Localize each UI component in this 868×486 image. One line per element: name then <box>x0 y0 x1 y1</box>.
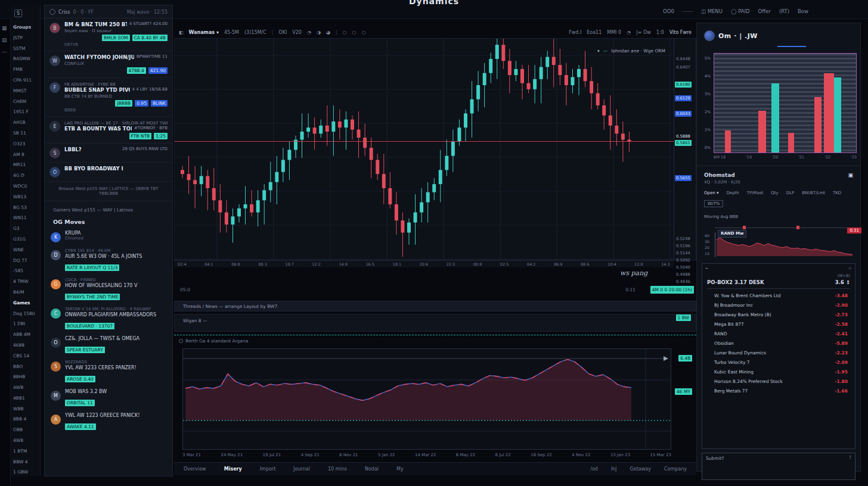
table-row[interactable]: Obsidian-5.89 <box>707 337 850 346</box>
sub-bar-badge[interactable]: 1 BW <box>676 314 691 321</box>
footer-tab[interactable]: Getaway <box>630 466 651 472</box>
footer-tab[interactable]: Import <box>260 466 276 472</box>
chart-toolbar-item[interactable]: 45-5M <box>224 30 239 35</box>
table-row[interactable]: Mega Bit 877-2.58 <box>707 317 850 327</box>
watchlist-item[interactable]: SSTM <box>13 43 38 54</box>
moves-item-tag[interactable]: AWAKE 4.11 <box>65 423 96 430</box>
chart-toolbar-view[interactable]: Vito Fwre <box>669 30 692 35</box>
feed-item[interactable]: FFB ADVERTISE · FYBE BBBUBBLE SNAP YTD P… <box>45 78 172 117</box>
watchlist-item[interactable]: JSTP <box>13 33 38 43</box>
moves-item[interactable]: CTARTAN V 16 KM, PI ALLOYING · 4 RAILWAY… <box>45 304 172 333</box>
slider-mark[interactable] <box>743 226 746 229</box>
table-header-name[interactable]: PO-BOX2 3.17 DESK <box>707 279 764 285</box>
section-settings-icon[interactable]: ▣ <box>848 172 853 178</box>
tab-item[interactable]: TP/Mast <box>747 191 764 195</box>
moves-item[interactable]: SWIZZARDSYVL AW 3233 CERES PANZER!AROSE … <box>45 357 172 386</box>
watchlist-item[interactable]: Dog 1580 <box>13 309 38 319</box>
section-divider-bar[interactable]: Threads / News — arrange Layout by BW7 <box>174 301 696 311</box>
moves-item-tag[interactable]: AROSE 0.40 <box>65 376 95 382</box>
watchlist-item[interactable]: 8BB 4 <box>13 414 38 425</box>
table-expand-icon[interactable]: ▫ <box>848 266 851 270</box>
feed-item[interactable]: OBB BYO BROADWAY I <box>45 163 172 182</box>
watchlist-item[interactable]: G3 <box>13 223 38 234</box>
watchlist-item[interactable]: AWB <box>13 382 38 393</box>
chart-toolbar-item[interactable]: MMI 0 <box>607 30 621 35</box>
feed-item[interactable]: BBM & BNZ TUM 250 BTB4 STUART? 424.00Soy… <box>45 18 172 51</box>
watchlist-item[interactable]: WNE <box>13 245 38 256</box>
feed-badge[interactable]: 0.95 <box>135 100 148 107</box>
footer-tab[interactable]: Nodal <box>365 466 379 472</box>
chart-toolbar-item[interactable]: ○ <box>362 30 366 35</box>
watchlist-item[interactable]: 1 BTM <box>13 446 38 457</box>
watchlist-logo-icon[interactable]: S <box>14 10 22 17</box>
tab-item[interactable]: Qty <box>771 191 778 195</box>
watchlist-item[interactable]: 4G D <box>13 170 38 181</box>
feed-badge[interactable]: 4788.4 <box>127 67 146 74</box>
watchlist-item[interactable]: 84/M <box>13 287 38 298</box>
feed-badge[interactable]: BMLB SOM <box>102 35 129 41</box>
watchlist-item[interactable]: 4BB1 <box>13 393 38 404</box>
table-row[interactable]: Berg Metals 77-1.66 <box>707 384 850 394</box>
watchlist-item[interactable]: 88HB <box>13 372 38 382</box>
table-row[interactable]: Lunar Bound Dynamics-2.23 <box>707 346 850 356</box>
watchlist-item[interactable]: BBW 4 <box>13 457 38 468</box>
watchlist-item[interactable]: CHEM <box>13 96 38 107</box>
price-axis[interactable]: 0.64480.64070.58880.52480.51960.51440.50… <box>674 38 696 260</box>
feed-badge[interactable]: 1:25 <box>154 133 168 139</box>
watchlist-item[interactable]: 4W8 <box>13 435 38 446</box>
table-row[interactable]: Kubic East Mining-1.95 <box>707 365 850 375</box>
watchlist-item[interactable]: 4 TMW <box>13 276 38 287</box>
top-menu-item[interactable]: (RT) <box>779 8 789 14</box>
table-row[interactable]: RAND-2.41 <box>707 327 850 337</box>
watchlist-item[interactable]: BG 53 <box>13 202 38 213</box>
status-badge[interactable]: 4M 0 0 20:00 (1h) <box>650 286 694 294</box>
watchlist-item[interactable]: Games <box>13 298 38 309</box>
moves-item[interactable]: OCZ&. JOLLA — TWIST & OMEGASPEAR ESTUARY <box>45 333 172 357</box>
feed-badge[interactable]: 421.90 <box>148 67 168 74</box>
tab-open[interactable]: Open ▾ <box>704 191 718 195</box>
watchlist-item[interactable]: ABB 4M <box>13 329 38 340</box>
watchlist-item[interactable]: DQ 77 <box>13 256 38 266</box>
chart-toolbar-item[interactable]: 1:0 <box>656 30 664 35</box>
footer-tab[interactable]: My <box>396 466 404 472</box>
watchlist-item[interactable]: G31G <box>13 234 38 245</box>
chart-toolbar-item[interactable]: ◑ <box>317 30 321 35</box>
legend-caret-icon[interactable]: ▾ <box>597 48 600 54</box>
chart-toolbar-item[interactable]: ◧ <box>179 30 184 35</box>
watchlist-item[interactable]: CBS 14 <box>13 351 38 362</box>
feed-badge[interactable]: BLINK <box>151 100 168 107</box>
moves-item-tag[interactable]: SPEAR ESTUARY <box>65 347 105 353</box>
chart-toolbar-item[interactable]: Fwd.I <box>569 30 581 35</box>
table-header-sort[interactable]: 3.6 ↕ <box>835 279 850 285</box>
chart-toolbar-item[interactable]: V20 <box>292 30 302 35</box>
sparkline-chart[interactable]: RAND Mw 0.31 40302010 <box>715 232 853 257</box>
watchlist-item[interactable]: MR11 <box>13 160 38 170</box>
watchlist-item[interactable]: AH1B <box>13 117 38 128</box>
rail-icon[interactable]: — <box>2 49 8 55</box>
chart-toolbar-item[interactable]: |≡ Ow <box>636 30 651 35</box>
tab-item[interactable]: BW/BT/Lmt <box>802 191 825 195</box>
moves-item-tag[interactable]: ORBITAL 11 <box>65 400 95 406</box>
filter-chip[interactable]: W/7% <box>704 200 723 207</box>
watchlist-item[interactable]: 1951 F <box>13 107 38 117</box>
feed-item[interactable]: WWATCH FYTOMO JOHN/JUPIT BULDBPWAYTIME 1… <box>45 51 172 78</box>
chart-toolbar-item[interactable]: ◕ <box>326 30 330 35</box>
time-axis[interactable]: 02:404:106:808:310:712:214:916:518:120:6… <box>174 260 674 267</box>
moves-item[interactable]: GCOCA · FINNEDHOW OF WHOLESALING 170 VBY… <box>45 275 172 304</box>
moves-item[interactable]: DCYBN 191 814 · 49.6MAUR 5.6E W3 OW · 45… <box>45 245 172 275</box>
watchlist-item[interactable]: 1 GBW <box>13 467 38 478</box>
table-row[interactable]: BJ Broadmoor Inc-2.90 <box>707 298 850 308</box>
moves-item-tag[interactable]: BYWAYS THE 2ND TIME <box>65 294 120 300</box>
footer-tab[interactable]: Journal <box>293 466 310 472</box>
watchlist-item[interactable]: WDC0 <box>13 181 38 192</box>
moves-item[interactable]: AYWL AW 1223 GREECE PANICK!AWAKE 4.11 <box>45 410 172 434</box>
footer-tab[interactable]: Overview <box>184 466 206 472</box>
feed-item[interactable]: SLBBL?28 Q5 BUYS RNW LTD <box>45 144 172 163</box>
watchlist-item[interactable]: BASMW <box>13 54 38 64</box>
top-menu-item[interactable]: ⋯⋯ <box>683 8 693 14</box>
feed-item[interactable]: ELAG PRO ALLOW — BE 17 · SIRLOIN AT MOST… <box>45 117 172 144</box>
chart-toolbar-item[interactable]: (3)15M/C <box>244 30 266 35</box>
table-row[interactable]: Horizon 8.24% Preferred Stock-1.80 <box>707 375 850 384</box>
date-axis[interactable]: 3 Mar 2124 May 2119 Jul 214 Sep 218 Nov … <box>182 453 671 457</box>
chart-toolbar-item[interactable]: Wanamas ▾ <box>189 30 219 35</box>
